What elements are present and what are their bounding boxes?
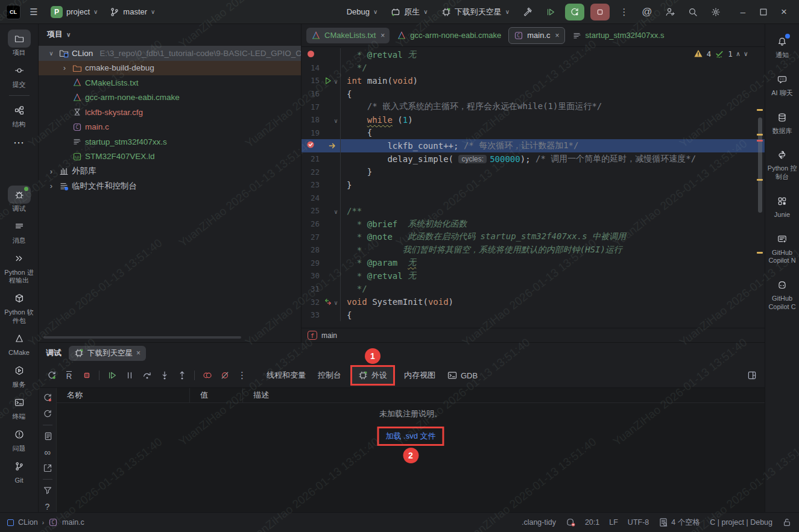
copy-list-button[interactable] xyxy=(42,431,54,442)
sidebar-item-CMake[interactable]: CMake xyxy=(2,328,37,360)
ai-assistant-button[interactable]: @ xyxy=(639,4,655,20)
line-number[interactable]: 18 xyxy=(302,115,321,124)
fold-icon[interactable]: ∨ xyxy=(334,76,338,86)
filter-button[interactable] xyxy=(42,485,54,496)
code-line[interactable]: 17 /* 嵌入式系统的主循环，程序会永远在while(1)里面运行*/ xyxy=(302,100,765,113)
code-line[interactable]: 15∨int main(void) xyxy=(302,74,765,87)
next-problem-icon[interactable]: ∨ xyxy=(744,50,748,58)
line-number[interactable]: 27 xyxy=(302,233,321,242)
sidebar-item-Python 进程输出[interactable]: Python 进程输出 xyxy=(2,248,37,287)
code-line[interactable]: 33{ xyxy=(302,308,765,322)
stripe-mark[interactable] xyxy=(757,140,763,142)
sidebar-item-Python 软件包[interactable]: Python 软件包 xyxy=(2,287,37,327)
vcs-branch-widget[interactable]: master ∨ xyxy=(106,5,159,19)
line-number[interactable]: 23 xyxy=(302,180,321,189)
sidebar-item-通知[interactable]: 通知 xyxy=(766,30,798,66)
editor-tab-gcc-arm-none-eabi.cmake[interactable]: gcc-arm-none-eabi.cmake xyxy=(392,28,506,43)
tree-row[interactable]: ›临时文件和控制台 xyxy=(39,179,301,194)
code-line[interactable]: 32∨void SystemInit(void) xyxy=(302,295,765,308)
chevron-down-icon[interactable]: ∨ xyxy=(66,31,71,38)
pause-button[interactable] xyxy=(121,368,137,383)
tree-row[interactable]: lckfb-skystar.cfg xyxy=(39,105,301,120)
code-line[interactable]: 27 * @note 此函数在启动代码 startup_stm32f407xx.… xyxy=(302,230,765,243)
step-into-button[interactable] xyxy=(156,368,172,383)
chevron-down-icon[interactable]: ∨ xyxy=(47,50,55,57)
chevron-right-icon[interactable]: › xyxy=(47,181,55,190)
editor-tab-CMakeLists.txt[interactable]: CMakeLists.txt× xyxy=(306,28,390,43)
vertical-scrollbar[interactable] xyxy=(758,117,762,213)
rerun-debug-button[interactable] xyxy=(43,368,60,383)
line-number[interactable]: 22 xyxy=(302,167,321,177)
inspections-widget[interactable]: 4 1 ∧ ∨ xyxy=(693,49,748,58)
sidebar-item-数据库[interactable]: 数据库 xyxy=(766,106,798,142)
line-number[interactable]: 29 xyxy=(302,258,321,268)
more-actions-button[interactable]: ⋮ xyxy=(616,4,633,20)
code-line[interactable]: 24 xyxy=(302,192,765,205)
stop-button[interactable] xyxy=(78,368,95,383)
code-line[interactable]: 19 { xyxy=(302,127,765,140)
resume-program-button[interactable] xyxy=(542,4,559,20)
main-menu-button[interactable]: ☰ xyxy=(25,4,42,20)
help-button[interactable]: ? xyxy=(42,501,54,512)
maximize-button[interactable] xyxy=(754,4,772,20)
chevron-right-icon[interactable]: › xyxy=(60,63,69,72)
sidebar-item-消息[interactable]: 消息 xyxy=(2,216,37,248)
stripe-mark[interactable] xyxy=(757,109,763,111)
close-icon[interactable]: × xyxy=(381,31,385,40)
stripe-mark[interactable] xyxy=(757,179,763,181)
close-icon[interactable]: × xyxy=(555,31,560,40)
sidebar-item-Junie[interactable]: Junie xyxy=(766,190,798,225)
code-line[interactable]: 18∨ while (1) xyxy=(302,113,765,127)
editor-tab-main.c[interactable]: Cmain.c× xyxy=(508,27,564,44)
tree-row[interactable]: CMakeLists.txt xyxy=(39,75,301,90)
code-line[interactable]: 22 } xyxy=(302,165,765,178)
line-number[interactable]: 21 xyxy=(302,154,321,163)
debug-view-tab-内存视图[interactable]: 内存视图 xyxy=(399,367,441,384)
error-stripe[interactable] xyxy=(756,47,765,328)
line-number[interactable]: 33 xyxy=(302,310,321,319)
rerun-R-button[interactable]: R xyxy=(61,368,77,383)
column-header-值[interactable]: 值 xyxy=(190,388,243,402)
chevron-right-icon[interactable]: › xyxy=(47,167,55,176)
prev-problem-icon[interactable]: ∧ xyxy=(736,50,741,58)
restart-debug-button[interactable] xyxy=(565,4,584,20)
status-file-name[interactable]: main.c xyxy=(62,518,84,527)
refresh-button[interactable] xyxy=(42,408,54,419)
tree-row[interactable]: Cmain.c xyxy=(39,120,301,135)
line-number[interactable]: 17 xyxy=(302,102,321,111)
stripe-mark[interactable] xyxy=(757,252,763,254)
sidebar-item-more[interactable]: ⋯ xyxy=(2,132,37,155)
line-number[interactable]: 31 xyxy=(302,284,321,293)
pin-inf-button[interactable]: ∞ xyxy=(42,447,54,458)
status-item-UTF-8[interactable]: UTF-8 xyxy=(628,518,649,527)
line-number[interactable]: 28 xyxy=(302,245,321,254)
status-item-.clang-tidy[interactable]: .clang-tidy xyxy=(522,518,556,527)
status-app-name[interactable]: CLion xyxy=(18,518,38,527)
debug-view-tab-GDB[interactable]: GDB xyxy=(442,368,483,383)
status-item-20:1[interactable]: 20:1 xyxy=(585,518,599,527)
more-button[interactable]: ⋮ xyxy=(234,368,250,383)
restart-red-button[interactable] xyxy=(42,392,54,403)
code-line[interactable]: 29 * @param 无 xyxy=(302,257,765,270)
line-number[interactable]: 19 xyxy=(302,128,321,137)
sidebar-item-GitHub Copilot C[interactable]: GitHub Copilot C xyxy=(766,274,798,318)
export-button[interactable] xyxy=(42,463,54,474)
embedded-target-selector[interactable]: 下载到天空星 ∨ xyxy=(438,4,513,20)
tree-row[interactable]: ›cmake-build-debug xyxy=(39,61,301,76)
line-number[interactable]: 15 xyxy=(302,76,321,85)
tree-row[interactable]: ›外部库 xyxy=(39,164,301,179)
mute-bp-button[interactable] xyxy=(216,368,233,383)
fold-icon[interactable]: ∨ xyxy=(334,115,338,125)
stripe-mark[interactable] xyxy=(757,134,763,136)
sidebar-item-结构[interactable]: 结构 xyxy=(2,99,37,131)
sidebar-item-AI 聊天[interactable]: AI 聊天 xyxy=(766,68,798,104)
current-execution-line[interactable]: lckfb_count++; /* 每次循环，让计数器加1*/ xyxy=(302,139,765,152)
line-number[interactable] xyxy=(302,140,321,151)
sidebar-item-提交[interactable]: 提交 xyxy=(2,60,37,92)
column-header-描述[interactable]: 描述 xyxy=(243,388,765,402)
sidebar-item-问题[interactable]: 问题 xyxy=(2,424,37,455)
search-everywhere-button[interactable] xyxy=(684,4,701,20)
editor-tab-startup_stm32f407xx.s[interactable]: startup_stm32f407xx.s xyxy=(567,28,669,43)
line-number[interactable] xyxy=(302,50,321,59)
sidebar-item-Git[interactable]: Git xyxy=(2,455,37,487)
